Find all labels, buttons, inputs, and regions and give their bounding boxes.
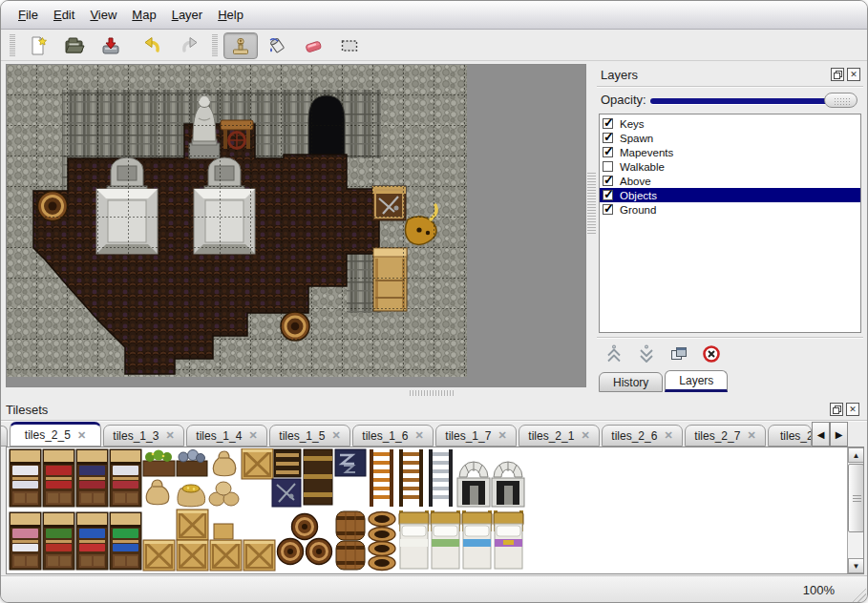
layer-actions [603, 341, 723, 367]
resize-grip[interactable] [849, 585, 866, 602]
layer-row-keys[interactable]: ✓ Keys [600, 116, 860, 131]
scroll-up-button[interactable]: ▲ [848, 447, 864, 463]
layer-row-objects[interactable]: ✓ Objects [600, 188, 860, 202]
toolbar-gripper[interactable] [10, 34, 15, 57]
menu-file[interactable]: File [11, 5, 46, 25]
layer-label: Keys [620, 118, 645, 130]
close-tab-icon[interactable]: ✕ [747, 429, 755, 442]
menu-view[interactable]: View [82, 5, 124, 25]
layer-list: ✓ Keys ✓ Spawn ✓ Mapevents Walkable ✓ Ab… [599, 114, 861, 333]
tileset-tab[interactable]: tiles_2_7 ✕ [685, 425, 766, 447]
layer-checkbox[interactable]: ✓ [603, 118, 613, 129]
map-scene [7, 65, 467, 377]
layer-label: Walkable [620, 161, 665, 173]
tile-shelf [10, 512, 141, 570]
tile-stone-arch [457, 462, 490, 507]
close-tab-icon[interactable]: ✕ [77, 429, 86, 442]
horizontal-splitter[interactable] [410, 390, 454, 396]
move-layer-down-button[interactable] [635, 343, 658, 365]
open-button[interactable] [57, 32, 92, 59]
tileset-tab[interactable]: tiles_2 [768, 425, 812, 447]
tile-metal-parts [335, 449, 366, 476]
tile-ladder-gray [429, 449, 453, 507]
scrollbar-thumb[interactable] [848, 464, 864, 532]
layers-panel-title: Layers [601, 68, 831, 82]
undo-icon [141, 34, 164, 57]
duplicate-layer-button[interactable] [667, 343, 690, 365]
menu-help[interactable]: Help [210, 5, 251, 25]
opacity-slider-handle[interactable] [824, 93, 857, 108]
tab-scroll-left-button[interactable]: ◀ [812, 422, 830, 447]
layer-label: Objects [620, 190, 657, 201]
layer-checkbox[interactable]: ✓ [603, 190, 613, 200]
toolbar-gripper[interactable] [212, 34, 218, 57]
close-tab-icon[interactable]: ✕ [414, 429, 423, 442]
vertical-splitter[interactable] [587, 173, 596, 234]
select-tool-button[interactable] [332, 32, 367, 59]
tileset-tab[interactable]: tiles_2_5 ✕ [10, 422, 101, 447]
stamp-tool-button[interactable] [223, 32, 258, 59]
close-tab-icon[interactable]: ✕ [581, 429, 589, 442]
move-layer-up-button[interactable] [603, 343, 625, 365]
redo-button[interactable] [172, 32, 206, 59]
fill-tool-button[interactable] [260, 32, 294, 59]
scroll-down-button[interactable]: ▼ [848, 558, 864, 573]
map-canvas[interactable] [6, 64, 586, 387]
tileset-tab[interactable]: tiles_1_6 ✕ [352, 425, 434, 447]
tab-history[interactable]: History [599, 372, 663, 392]
layer-label: Mapevents [620, 147, 673, 158]
tileset-tab[interactable]: tiles_1_3 ✕ [103, 425, 184, 447]
tileset-tab-partial[interactable] [1, 426, 8, 447]
float-panel-icon[interactable] [830, 403, 843, 416]
tile-sack [213, 451, 236, 476]
close-panel-icon[interactable]: ✕ [846, 403, 859, 416]
close-tab-icon[interactable]: ✕ [248, 429, 257, 442]
close-tab-icon[interactable]: ✕ [165, 429, 174, 442]
float-panel-icon[interactable] [831, 68, 844, 81]
layer-row-spawn[interactable]: ✓ Spawn [600, 131, 860, 145]
menu-edit[interactable]: Edit [46, 5, 82, 25]
tileset-scrollbar[interactable]: ▲ ▼ [847, 447, 863, 573]
tileset-tab[interactable]: tiles_2_6 ✕ [602, 425, 683, 447]
new-file-button[interactable] [21, 32, 55, 59]
layer-checkbox[interactable]: ✓ [603, 176, 613, 186]
tileset-tab[interactable]: tiles_1_5 ✕ [269, 425, 350, 447]
tileset-tab[interactable]: tiles_1_4 ✕ [186, 425, 267, 447]
close-tab-icon[interactable]: ✕ [498, 429, 506, 442]
eraser-tool-icon [302, 34, 325, 57]
close-tab-icon[interactable]: ✕ [331, 429, 340, 442]
close-tab-icon[interactable]: ✕ [664, 429, 672, 442]
tile-big-sack [146, 480, 169, 505]
tileset-tab[interactable]: tiles_2_1 ✕ [519, 425, 600, 447]
tileset-tabbar: tiles_2_5 ✕ tiles_1_3 ✕ tiles_1_4 ✕ tile… [1, 421, 867, 447]
layer-checkbox[interactable] [603, 161, 613, 172]
dock-tabbar: History Layers [599, 369, 730, 392]
layer-checkbox[interactable]: ✓ [603, 133, 613, 143]
tab-scroll-right-button[interactable]: ▶ [830, 422, 848, 447]
delete-layer-button[interactable] [700, 343, 723, 365]
layer-row-above[interactable]: ✓ Above [600, 174, 860, 188]
eraser-tool-button[interactable] [296, 32, 330, 59]
menu-layer[interactable]: Layer [164, 5, 211, 25]
tile-stacked-barrels [336, 511, 365, 570]
layer-row-walkable[interactable]: Walkable [600, 159, 860, 174]
tile-ladder-orange [370, 449, 393, 507]
tileset-picker[interactable]: ▲ ▼ [6, 447, 864, 574]
zoom-level: 100% [803, 583, 835, 597]
tab-layers[interactable]: Layers [665, 370, 728, 392]
layer-checkbox[interactable]: ✓ [603, 204, 613, 215]
fill-tool-icon [265, 34, 288, 57]
tileset-tab[interactable]: tiles_1_7 ✕ [435, 425, 517, 447]
tile-shelf [10, 449, 141, 507]
opacity-label: Opacity: [601, 93, 646, 107]
layer-checkbox[interactable]: ✓ [603, 147, 613, 157]
undo-button[interactable] [136, 32, 170, 59]
tile-crate [242, 448, 273, 479]
layer-row-ground[interactable]: ✓ Ground [600, 202, 860, 217]
tile-bed [399, 510, 523, 569]
layer-row-mapevents[interactable]: ✓ Mapevents [600, 145, 860, 159]
tile-pot-stack [369, 512, 395, 571]
save-button[interactable] [94, 32, 128, 59]
close-panel-icon[interactable]: ✕ [847, 68, 860, 81]
menu-map[interactable]: Map [124, 5, 163, 25]
